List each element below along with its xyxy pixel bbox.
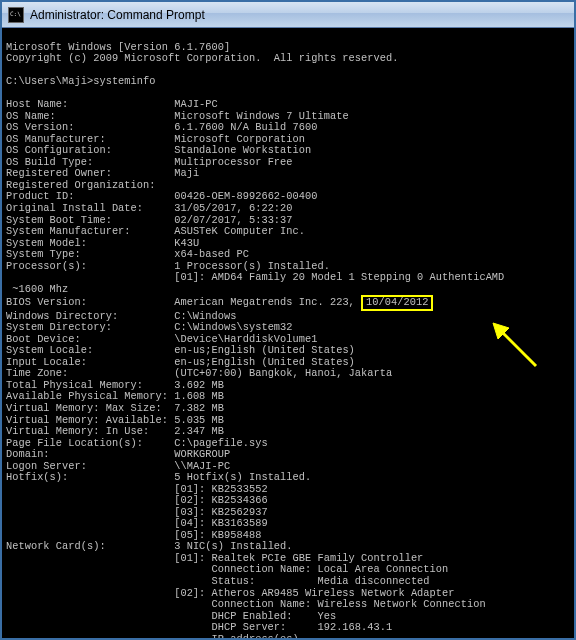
value-sys-dir: C:\Windows\system32 [174, 321, 292, 333]
label-vavail: Virtual Memory: Available: [6, 414, 168, 426]
value-win-dir: C:\Windows [174, 310, 236, 322]
svg-line-0 [499, 329, 536, 366]
label-product-id: Product ID: [6, 190, 75, 202]
value-vuse: 2.347 MB [174, 425, 224, 437]
value-sys-locale: en-us;English (United States) [174, 344, 355, 356]
label-boot-device: Boot Device: [6, 333, 81, 345]
value-avail-mem: 1.608 MB [174, 390, 224, 402]
value-sys-manufacturer: ASUSTeK Computer Inc. [174, 225, 305, 237]
value-hotfix: 5 Hotfix(s) Installed. [174, 471, 311, 483]
processor-detail: [01]: AMD64 Family 20 Model 1 Stepping 0… [174, 271, 504, 283]
label-nic: Network Card(s): [6, 540, 106, 552]
svg-marker-1 [493, 323, 509, 339]
value-product-id: 00426-OEM-8992662-00400 [174, 190, 317, 202]
nic1-head: [01]: Realtek PCIe GBE Family Controller [174, 552, 423, 564]
value-time-zone: (UTC+07:00) Bangkok, Hanoi, Jakarta [174, 367, 392, 379]
value-sys-type: x64-based PC [174, 248, 249, 260]
label-win-dir: Windows Directory: [6, 310, 118, 322]
hotfix-3: [03]: KB2562937 [174, 506, 267, 518]
titlebar[interactable]: Administrator: Command Prompt [2, 2, 574, 28]
value-os-manufacturer: Microsoft Corporation [174, 133, 305, 145]
label-sys-model: System Model: [6, 237, 87, 249]
value-nic: 3 NIC(s) Installed. [174, 540, 292, 552]
nic2-head: [02]: Atheros AR9485 Wireless Network Ad… [174, 587, 454, 599]
label-input-locale: Input Locale: [6, 356, 87, 368]
value-total-mem: 3.692 MB [174, 379, 224, 391]
value-host-name: MAJI-PC [174, 98, 218, 110]
value-install-date: 31/05/2017, 6:22:20 [174, 202, 292, 214]
label-sys-type: System Type: [6, 248, 81, 260]
value-vavail: 5.035 MB [174, 414, 224, 426]
label-vuse: Virtual Memory: In Use: [6, 425, 149, 437]
label-bios: BIOS Version: [6, 296, 87, 308]
label-hotfix: Hotfix(s): [6, 471, 68, 483]
value-pagefile: C:\pagefile.sys [174, 437, 267, 449]
label-os-name: OS Name: [6, 110, 56, 122]
nic1-conn: Connection Name: Local Area Connection [212, 563, 449, 575]
prompt-command: C:\Users\Maji>systeminfo [6, 75, 156, 87]
label-install-date: Original Install Date: [6, 202, 143, 214]
command-prompt-window: Administrator: Command Prompt Microsoft … [0, 0, 576, 640]
annotation-arrow-icon [454, 309, 546, 391]
value-registered-owner: Maji [174, 167, 199, 179]
value-os-configuration: Standalone Workstation [174, 144, 311, 156]
hotfix-2: [02]: KB2534366 [174, 494, 267, 506]
value-sys-model: K43U [174, 237, 199, 249]
label-host-name: Host Name: [6, 98, 68, 110]
value-processors: 1 Processor(s) Installed. [174, 260, 330, 272]
label-os-build-type: OS Build Type: [6, 156, 93, 168]
hotfix-1: [01]: KB2533552 [174, 483, 267, 495]
label-sys-locale: System Locale: [6, 344, 93, 356]
value-domain: WORKGROUP [174, 448, 230, 460]
nic2-ipaddr: IP address(es) [212, 633, 299, 638]
nic2-conn: Connection Name: Wireless Network Connec… [212, 598, 486, 610]
terminal-output[interactable]: Microsoft Windows [Version 6.1.7600] Cop… [2, 28, 574, 638]
label-logon: Logon Server: [6, 460, 87, 472]
nic2-dhcpsrv: DHCP Server: 192.168.43.1 [212, 621, 393, 633]
label-os-version: OS Version: [6, 121, 75, 133]
hotfix-5: [05]: KB958488 [174, 529, 261, 541]
label-avail-mem: Available Physical Memory: [6, 390, 168, 402]
label-processors: Processor(s): [6, 260, 87, 272]
label-registered-org: Registered Organization: [6, 179, 156, 191]
label-total-mem: Total Physical Memory: [6, 379, 143, 391]
nic1-status: Status: Media disconnected [212, 575, 430, 587]
value-os-build-type: Multiprocessor Free [174, 156, 292, 168]
window-title: Administrator: Command Prompt [30, 8, 570, 22]
nic2-dhcp: DHCP Enabled: Yes [212, 610, 337, 622]
value-os-version: 6.1.7600 N/A Build 7600 [174, 121, 317, 133]
label-vmax: Virtual Memory: Max Size: [6, 402, 162, 414]
value-vmax: 7.382 MB [174, 402, 224, 414]
label-os-configuration: OS Configuration: [6, 144, 112, 156]
value-logon: \\MAJI-PC [174, 460, 230, 472]
label-boot-time: System Boot Time: [6, 214, 112, 226]
label-sys-manufacturer: System Manufacturer: [6, 225, 131, 237]
value-bios: American Megatrends Inc. 223, [174, 296, 355, 308]
value-boot-device: \Device\HarddiskVolume1 [174, 333, 317, 345]
processor-mhz: ~1600 Mhz [6, 283, 68, 295]
label-domain: Domain: [6, 448, 50, 460]
label-sys-dir: System Directory: [6, 321, 112, 333]
value-input-locale: en-us;English (United States) [174, 356, 355, 368]
label-pagefile: Page File Location(s): [6, 437, 143, 449]
copyright-line: Copyright (c) 2009 Microsoft Corporation… [6, 52, 398, 64]
cmd-icon [8, 7, 24, 23]
version-line: Microsoft Windows [Version 6.1.7600] [6, 41, 230, 53]
label-os-manufacturer: OS Manufacturer: [6, 133, 106, 145]
value-os-name: Microsoft Windows 7 Ultimate [174, 110, 348, 122]
label-registered-owner: Registered Owner: [6, 167, 112, 179]
hotfix-4: [04]: KB3163589 [174, 517, 267, 529]
highlight-bios-date: 10/04/2012 [361, 295, 433, 311]
label-time-zone: Time Zone: [6, 367, 68, 379]
value-boot-time: 02/07/2017, 5:33:37 [174, 214, 292, 226]
